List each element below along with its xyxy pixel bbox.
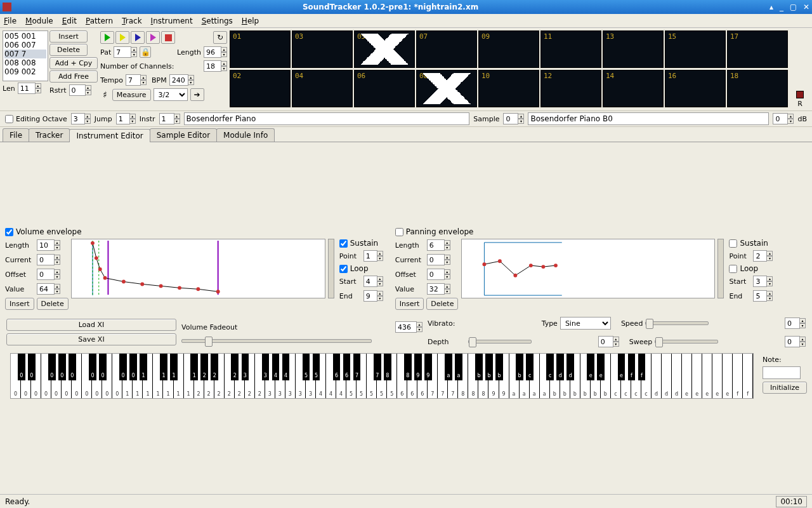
scope-14[interactable]: 14 [603,70,664,107]
black-key[interactable]: 4 [272,354,280,380]
black-key[interactable]: 0 [129,354,137,380]
load-xi-button[interactable]: Load XI [6,319,176,331]
play-pattern-button[interactable] [115,31,129,44]
pan-scrollbar[interactable] [717,239,724,298]
menu-module[interactable]: Module [25,17,53,25]
scope-15[interactable]: 15 [665,30,726,68]
pan-end-spin[interactable] [753,290,767,302]
minimize-icon[interactable]: ▴ [769,3,773,11]
bpm-spin[interactable] [169,74,188,86]
pan-loop-check[interactable] [729,265,737,273]
scope-06[interactable]: 06 [354,70,415,107]
black-key[interactable]: 0 [99,354,107,380]
vol-length-spin[interactable] [37,239,55,251]
fadeout-slider[interactable] [181,339,372,343]
vol-fadeout-spin[interactable] [395,321,417,333]
scope-02[interactable]: 02 [230,70,291,107]
black-key[interactable]: 3 [262,354,270,380]
length-spin[interactable] [204,46,221,58]
white-key[interactable]: e [702,354,712,398]
black-key[interactable]: 6 [343,354,351,380]
menu-file[interactable]: File [4,17,16,25]
black-key[interactable]: 7 [353,354,361,380]
initialize-button[interactable]: Initialize [763,382,807,394]
tempo-spin[interactable] [126,74,141,86]
black-key[interactable]: 1 [160,354,167,380]
black-key[interactable]: 5 [303,354,310,380]
pan-start-spin[interactable] [753,276,767,287]
black-key[interactable]: 0 [58,354,66,380]
pan-sustain-check[interactable] [729,239,737,248]
sample-name-input[interactable] [528,112,769,125]
black-key[interactable]: e [587,354,594,380]
sample-spin[interactable] [503,113,518,124]
sharp-icon[interactable]: ♯ [100,90,110,100]
tab-sample-editor[interactable]: Sample Editor [150,128,217,142]
scope-12[interactable]: 12 [540,70,601,107]
editing-octave-spin[interactable] [71,113,85,124]
pan-insert-button[interactable]: Insert [395,298,424,310]
scope-04[interactable]: 04 [292,70,353,107]
black-key[interactable]: 1 [170,354,178,380]
menu-settings[interactable]: Settings [202,17,233,25]
vol-scrollbar[interactable] [328,239,334,298]
vol-offset-spin[interactable] [37,269,55,280]
white-key[interactable]: f [733,354,743,398]
minimize2-icon[interactable]: _ [780,3,783,11]
pan-current-spin[interactable] [427,254,445,265]
maximize-icon[interactable]: ▢ [790,3,797,11]
vol-value-spin[interactable] [37,283,55,295]
scope-13[interactable]: 13 [603,30,664,68]
depth-spin[interactable] [598,336,613,347]
stop-button[interactable] [161,31,175,44]
black-key[interactable]: 2 [231,354,239,380]
white-key[interactable]: e [723,354,733,398]
delete-button[interactable]: Delete [49,44,88,56]
black-key[interactable]: 8 [404,354,412,380]
speed-spin[interactable] [785,318,800,329]
black-key[interactable]: b [495,354,503,380]
depth-slider[interactable] [468,340,532,344]
black-key[interactable]: 0 [69,354,76,380]
white-key[interactable]: e [712,354,723,398]
scope-05[interactable]: 05 [354,30,415,68]
white-key[interactable]: f [743,354,753,398]
measure-button[interactable]: Measure [112,89,151,101]
black-key[interactable]: 3 [242,354,249,380]
play-cursor-button[interactable] [131,31,145,44]
vol-start-spin[interactable] [363,276,377,287]
measure-select[interactable]: 3/2 [154,88,188,101]
vol-env-check[interactable] [5,228,13,236]
black-key[interactable]: f [628,354,636,380]
black-key[interactable]: 0 [89,354,96,380]
scope-07[interactable]: 07 [416,30,477,68]
black-key[interactable]: 0 [119,354,127,380]
black-key[interactable]: 6 [333,354,341,380]
vol-delete-button[interactable]: Delete [37,298,69,310]
vol-current-spin[interactable] [37,254,55,265]
black-key[interactable]: a [445,354,452,380]
scope-10[interactable]: 10 [478,70,539,107]
rstrt-spin[interactable] [69,84,86,96]
black-key[interactable]: 1 [190,354,198,380]
add-free-button[interactable]: Add Free [49,70,98,83]
white-key[interactable]: d [672,354,682,398]
pan-value-spin[interactable] [427,283,445,295]
menu-pattern[interactable]: Pattern [86,17,113,25]
pan-point-spin[interactable] [753,250,767,262]
len-spin[interactable] [18,83,36,94]
black-key[interactable]: b [516,354,523,380]
vol-loop-check[interactable] [339,265,348,273]
scope-01[interactable]: 01 [230,30,291,68]
vibrato-type-select[interactable]: Sine [560,317,611,330]
vol-point-spin[interactable] [363,250,377,262]
tab-tracker[interactable]: Tracker [29,128,70,142]
insert-button[interactable]: Insert [49,30,88,43]
scope-11[interactable]: 11 [540,30,601,68]
lock-icon[interactable]: 🔒 [140,46,151,58]
black-key[interactable]: 4 [282,354,290,380]
black-key[interactable]: d [556,354,564,380]
note-input[interactable] [763,366,801,379]
keyboard[interactable]: 0000000000011111112222222333334445555566… [10,353,754,399]
tab-file[interactable]: File [3,128,29,142]
